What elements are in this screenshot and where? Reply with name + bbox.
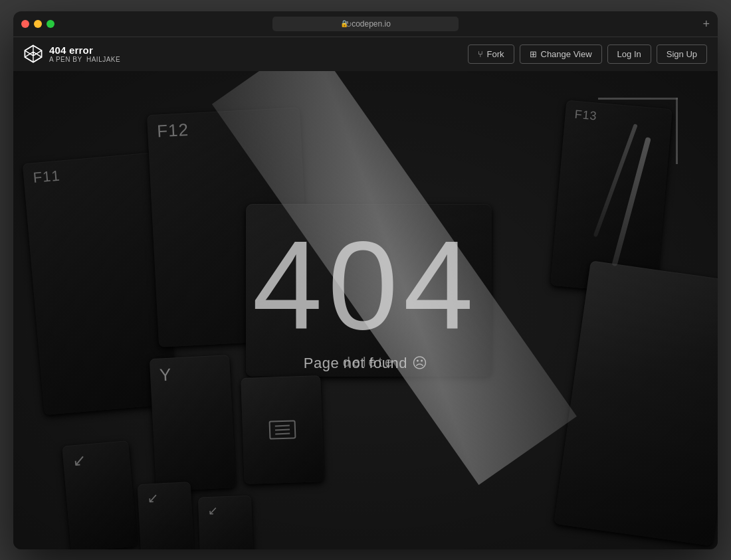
url-text: codepen.io <box>352 19 391 29</box>
error-message: Page not found ☹ <box>304 355 427 372</box>
signup-label: Sign Up <box>667 49 697 59</box>
login-label: Log In <box>617 49 641 59</box>
change-view-icon: ⊞ <box>530 49 537 59</box>
error-overlay: 404 Page not found ☹ <box>13 71 718 549</box>
codepen-logo-icon <box>24 45 43 63</box>
error-code: 404 <box>252 222 478 348</box>
codepen-toolbar: 404 error A PEN BY Hailjake ⑂ Fork ⊞ Cha… <box>13 37 718 71</box>
signup-button[interactable]: Sign Up <box>657 45 707 64</box>
new-tab-button[interactable]: + <box>702 17 710 30</box>
change-view-label: Change View <box>541 49 592 59</box>
fork-label: Fork <box>487 49 504 59</box>
refresh-area: ↻ <box>345 18 352 30</box>
toolbar-buttons: ⑂ Fork ⊞ Change View Log In Sign Up <box>468 45 708 64</box>
minimize-button[interactable] <box>34 20 42 28</box>
login-button[interactable]: Log In <box>607 45 651 64</box>
refresh-button[interactable]: ↻ <box>345 19 352 29</box>
new-tab-area: + <box>702 17 710 31</box>
traffic-lights <box>21 20 54 28</box>
main-content: F11 F12 delete F13 Y he <box>13 71 718 549</box>
pen-title-group: 404 error A PEN BY Hailjake <box>49 45 120 63</box>
maximize-button[interactable] <box>47 20 54 28</box>
fork-button[interactable]: ⑂ Fork <box>468 45 514 64</box>
pen-author: A PEN BY Hailjake <box>49 56 120 63</box>
fork-icon: ⑂ <box>478 49 483 59</box>
pen-info: 404 error A PEN BY Hailjake <box>24 45 468 63</box>
change-view-button[interactable]: ⊞ Change View <box>520 45 602 64</box>
pen-title: 404 error <box>49 45 120 56</box>
close-button[interactable] <box>21 20 29 28</box>
address-bar[interactable]: 🔒 codepen.io <box>272 17 459 31</box>
mac-window: 🔒 codepen.io + ↻ 404 error <box>13 11 718 549</box>
title-bar: 🔒 codepen.io + ↻ <box>13 11 718 37</box>
